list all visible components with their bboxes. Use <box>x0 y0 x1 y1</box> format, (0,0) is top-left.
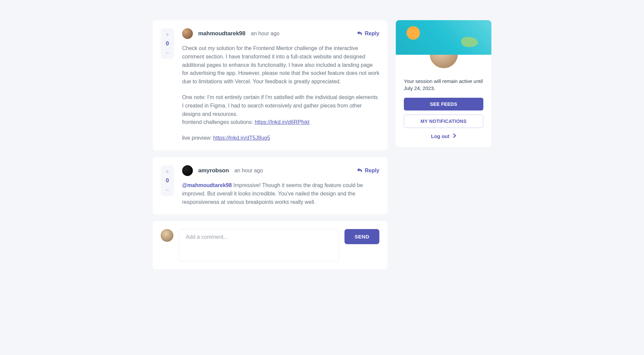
reply-label: Reply <box>365 168 379 174</box>
comment-username: mahmoudtarek98 <box>198 30 246 37</box>
upvote-button[interactable]: + <box>166 169 169 175</box>
see-feeds-button[interactable]: SEE FEEDS <box>404 98 483 110</box>
current-user-avatar <box>161 229 173 242</box>
link-preview[interactable]: https://lnkd.in/dT5J8ug5 <box>213 135 270 141</box>
chevron-right-icon <box>453 133 456 139</box>
upvote-button[interactable]: + <box>166 32 169 38</box>
compose-card: SEND <box>153 221 387 269</box>
profile-banner <box>396 20 491 55</box>
comment-input[interactable] <box>179 229 339 261</box>
reply-icon <box>357 168 362 174</box>
comment-card: + 0 – amyrobson an hour ago Reply @mahmo… <box>153 157 387 214</box>
avatar <box>182 165 193 176</box>
vote-score: 0 <box>166 40 169 47</box>
comment-content: Check out my solution for the Frontend M… <box>182 44 379 142</box>
downvote-button[interactable]: – <box>166 50 169 56</box>
downvote-button[interactable]: – <box>166 187 169 193</box>
comment-card: + 0 – mahmoudtarek98 an hour ago Reply C… <box>153 20 387 150</box>
reply-button[interactable]: Reply <box>357 31 379 37</box>
comment-timestamp: an hour ago <box>234 168 263 174</box>
logout-label: Log out <box>431 133 449 139</box>
vote-widget: + 0 – <box>161 28 174 59</box>
reply-icon <box>357 31 362 37</box>
notifications-button[interactable]: MY NOTIFICATIONS <box>404 115 483 128</box>
comment-username: amyrobson <box>198 167 229 174</box>
vote-widget: + 0 – <box>161 165 174 196</box>
session-info: Your session will remain active until Ju… <box>396 70 491 98</box>
send-button[interactable]: SEND <box>344 229 379 244</box>
comment-content: @mahmoudtarek98 Impressive! Though it se… <box>182 181 379 206</box>
profile-card: Your session will remain active until Ju… <box>396 20 491 147</box>
reply-button[interactable]: Reply <box>357 168 379 174</box>
vote-score: 0 <box>166 177 169 184</box>
avatar <box>182 28 193 39</box>
link-solutions[interactable]: https://lnkd.in/d6RPfxkt <box>255 119 310 125</box>
comment-timestamp: an hour ago <box>251 31 279 37</box>
reply-label: Reply <box>365 31 379 37</box>
logout-button[interactable]: Log out <box>396 133 491 139</box>
mention[interactable]: @mahmoudtarek98 <box>182 182 232 188</box>
